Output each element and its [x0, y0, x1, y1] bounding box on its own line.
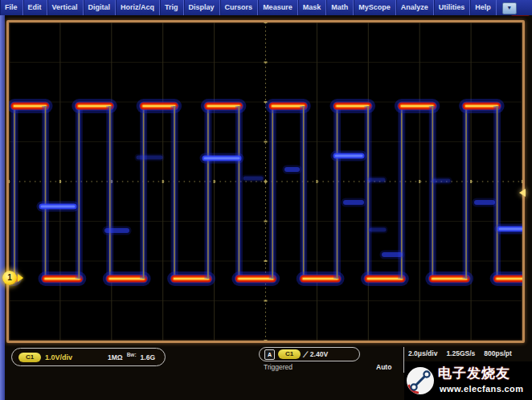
bandwidth-label: Bw: [127, 352, 137, 357]
menu-item-display[interactable]: Display [184, 0, 220, 15]
menu-item-digital[interactable]: Digital [84, 0, 117, 15]
menu-item-vertical[interactable]: Vertical [47, 0, 84, 15]
elecfans-circuit-logo-icon [406, 366, 435, 395]
menu-bar-items: FileEditVerticalDigitalHoriz/AcqTrigDisp… [0, 0, 497, 15]
watermark-site-name: 电子发烧友 [438, 364, 510, 382]
horizontal-readout[interactable]: 2.0μs/div 1.25GS/s 800ps/pt [408, 349, 512, 357]
trigger-readout-box[interactable]: A C1 ∕ 2.40V [259, 347, 360, 361]
vertical-readout-box[interactable]: C1 1.0V/div 1MΩ Bw: 1.6G [11, 348, 166, 366]
record-resolution: 800ps/pt [484, 349, 512, 357]
menu-item-help[interactable]: Help [470, 0, 497, 15]
menu-item-cursors[interactable]: Cursors [220, 0, 259, 15]
menu-item-utilities[interactable]: Utilities [434, 0, 471, 15]
menu-bar: FileEditVerticalDigitalHoriz/AcqTrigDisp… [0, 0, 532, 15]
timebase: 2.0μs/div [408, 349, 437, 357]
chevron-down-icon: ▾ [508, 4, 511, 11]
menu-item-myscope[interactable]: MyScope [354, 0, 396, 15]
elecfans-watermark: 电子发烧友 www.elecfans.com [404, 361, 532, 400]
trigger-status: Triggered [264, 363, 293, 371]
crt-display-frame [6, 20, 525, 343]
menu-item-file[interactable]: File [0, 0, 23, 15]
input-impedance: 1MΩ [108, 353, 123, 361]
scope-application-window: FileEditVerticalDigitalHoriz/AcqTrigDisp… [0, 0, 532, 400]
trigger-source-badge: A [264, 349, 275, 360]
waveform-display [9, 22, 522, 341]
trigger-mode: Auto [376, 363, 391, 371]
bandwidth-value: 1.6G [141, 353, 155, 361]
watermark-site-url: www.elecfans.com [440, 384, 523, 394]
menu-overflow-button[interactable]: ▾ [502, 2, 517, 14]
channel1-arrow-icon [18, 274, 23, 282]
vertical-scale: 1.0V/div [45, 353, 72, 361]
menu-item-horizacq[interactable]: Horiz/Acq [116, 0, 160, 15]
menu-item-analyze[interactable]: Analyze [396, 0, 434, 15]
channel1-ground-marker[interactable]: 1 [2, 271, 17, 285]
sample-rate: 1.25GS/s [446, 349, 475, 357]
menu-item-mask[interactable]: Mask [298, 0, 327, 15]
window-left-border [0, 15, 5, 400]
trigger-level-marker[interactable] [519, 189, 526, 197]
channel-badge: C1 [18, 353, 41, 362]
trigger-channel-badge: C1 [278, 349, 301, 359]
trigger-level: 2.40V [310, 350, 328, 358]
menu-item-trig[interactable]: Trig [160, 0, 184, 15]
menu-item-math[interactable]: Math [326, 0, 354, 15]
rising-edge-icon: ∕ [305, 349, 306, 359]
menu-item-edit[interactable]: Edit [23, 0, 47, 15]
menu-item-measure[interactable]: Measure [258, 0, 298, 15]
